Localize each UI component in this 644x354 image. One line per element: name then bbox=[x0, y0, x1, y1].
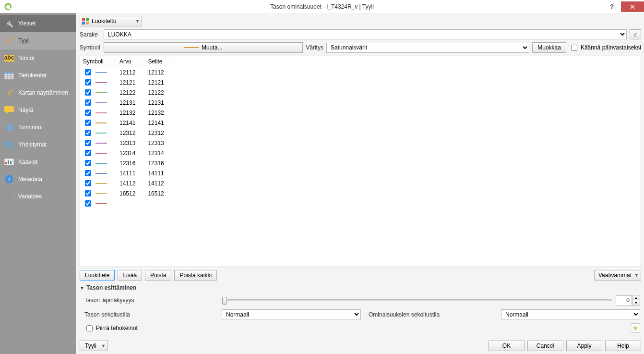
rendering-section-header[interactable]: ▼ Tason esittäminen bbox=[80, 283, 641, 292]
delete-all-button[interactable]: Poista kaikki bbox=[174, 270, 217, 281]
table-row[interactable]: 1231312313 bbox=[80, 138, 174, 148]
symbol-button[interactable]: Muuta... bbox=[104, 42, 303, 53]
sidebar-item-diagrams[interactable]: Kaaviot bbox=[0, 153, 76, 171]
row-checkbox[interactable] bbox=[85, 170, 91, 176]
row-legend: 14111 bbox=[145, 168, 173, 178]
sidebar-item-label: Yhdistymät bbox=[18, 141, 47, 148]
header-symbol[interactable]: Symboli bbox=[80, 56, 117, 67]
row-checkbox[interactable] bbox=[85, 99, 91, 106]
color-ramp-select[interactable]: Satunnaisvärit bbox=[326, 43, 529, 53]
row-value: 12112 bbox=[117, 67, 145, 78]
sidebar-item-variables[interactable]: ε Variables bbox=[0, 188, 76, 205]
draw-effects-checkbox[interactable]: Piirrä tehokeinot bbox=[84, 324, 219, 333]
row-legend: 12112 bbox=[145, 67, 173, 78]
table-row[interactable]: 1214112141 bbox=[80, 118, 174, 128]
row-checkbox[interactable] bbox=[85, 160, 91, 166]
row-legend: 12122 bbox=[145, 87, 173, 98]
row-legend: 16512 bbox=[145, 188, 173, 198]
opacity-label: Tason läpinäkyvyys bbox=[84, 297, 219, 304]
line-swatch-icon bbox=[95, 173, 107, 174]
blend-label: Tason sekoitustila bbox=[84, 311, 219, 318]
row-checkbox[interactable] bbox=[85, 120, 91, 126]
row-checkbox[interactable] bbox=[85, 110, 91, 116]
expression-button[interactable]: ε bbox=[630, 29, 641, 39]
column-select[interactable]: LUOKKA bbox=[104, 29, 627, 39]
row-value: 12314 bbox=[117, 148, 145, 158]
row-checkbox[interactable] bbox=[85, 130, 91, 136]
titlebar: Tason ominaisuudet - l_T4324R_v | Tyyli … bbox=[0, 0, 644, 13]
row-checkbox[interactable] bbox=[85, 79, 91, 85]
row-checkbox[interactable] bbox=[85, 200, 91, 207]
svg-text:i: i bbox=[9, 176, 10, 183]
sidebar-item-joins[interactable]: Yhdistymät bbox=[0, 136, 76, 153]
invert-checkbox[interactable]: Käännä päinvastaiseksi bbox=[569, 43, 641, 52]
svg-rect-8 bbox=[4, 72, 14, 73]
blend-select[interactable]: Normaali bbox=[222, 309, 361, 319]
row-checkbox[interactable] bbox=[85, 140, 91, 146]
table-row[interactable] bbox=[80, 198, 174, 208]
row-legend: 12141 bbox=[145, 118, 173, 128]
row-checkbox[interactable] bbox=[85, 89, 91, 96]
help-button[interactable]: Help bbox=[605, 341, 641, 351]
table-row[interactable]: 1651216512 bbox=[80, 188, 174, 198]
add-button[interactable]: Lisää bbox=[118, 270, 142, 281]
table-row[interactable]: 1213112131 bbox=[80, 98, 174, 108]
svg-text:abc: abc bbox=[4, 55, 14, 61]
spin-arrows[interactable]: ▲▼ bbox=[632, 295, 640, 305]
close-button[interactable] bbox=[621, 1, 644, 12]
table-row[interactable]: 1231212312 bbox=[80, 128, 174, 138]
line-swatch-icon bbox=[95, 102, 107, 103]
row-legend: 12131 bbox=[145, 98, 173, 108]
svg-rect-13 bbox=[8, 160, 9, 164]
sidebar-item-display[interactable]: Näytä bbox=[0, 101, 76, 119]
opacity-slider[interactable] bbox=[222, 299, 612, 301]
sidebar-item-general[interactable]: Yleiset bbox=[0, 15, 76, 32]
row-checkbox[interactable] bbox=[85, 190, 91, 196]
classify-button[interactable]: Luokittele bbox=[80, 270, 115, 281]
header-legend[interactable]: Selite bbox=[145, 56, 173, 67]
table-row[interactable]: 1231412314 bbox=[80, 148, 174, 158]
line-swatch-icon bbox=[95, 193, 107, 194]
sidebar-item-label: Nimiöt bbox=[18, 55, 35, 61]
apply-button[interactable]: Apply bbox=[566, 341, 602, 351]
row-checkbox[interactable] bbox=[85, 69, 91, 75]
feature-blend-select[interactable]: Normaali bbox=[501, 309, 640, 319]
effects-button[interactable] bbox=[631, 323, 640, 333]
row-checkbox[interactable] bbox=[85, 150, 91, 156]
table-row[interactable]: 1212212122 bbox=[80, 87, 174, 98]
sidebar-item-rendering[interactable]: Kartan näyttäminen bbox=[0, 84, 76, 101]
renderer-combo[interactable]: Luokiteltu ▼ bbox=[80, 16, 142, 26]
chevron-down-icon: ▼ bbox=[101, 343, 106, 348]
ok-button[interactable]: OK bbox=[489, 341, 525, 351]
chart-icon bbox=[4, 157, 14, 167]
table-row[interactable]: 1212112121 bbox=[80, 77, 174, 87]
table-row[interactable]: 1411214112 bbox=[80, 178, 174, 188]
delete-button[interactable]: Poista bbox=[145, 270, 171, 281]
cancel-button[interactable]: Cancel bbox=[527, 341, 563, 351]
feature-blend-label: Ominaisuuksien sekoitustila bbox=[364, 311, 498, 318]
opacity-spinbox[interactable] bbox=[616, 295, 632, 305]
categories-list[interactable]: Symboli Arvo Selite 12112121121212112121… bbox=[80, 56, 641, 267]
sidebar-item-style[interactable]: Tyyli bbox=[0, 32, 76, 49]
epsilon-icon: ε bbox=[4, 191, 14, 202]
sidebar-item-fields[interactable]: Tietokentät bbox=[0, 67, 76, 84]
table-row[interactable]: 1211212112 bbox=[80, 67, 174, 78]
row-legend: 12316 bbox=[145, 158, 173, 168]
header-value[interactable]: Arvo bbox=[117, 56, 145, 67]
sidebar-item-actions[interactable]: Toiminnot bbox=[0, 119, 76, 136]
line-swatch-icon bbox=[95, 183, 107, 184]
column-label: Sarake bbox=[80, 31, 101, 38]
help-icon[interactable]: ? bbox=[605, 3, 619, 11]
table-row[interactable]: 1231612316 bbox=[80, 158, 174, 168]
sidebar-item-metadata[interactable]: i Metadata bbox=[0, 171, 76, 188]
categorized-icon bbox=[82, 18, 89, 24]
table-row[interactable]: 1213212132 bbox=[80, 108, 174, 118]
edit-ramp-button[interactable]: Muokkaa bbox=[532, 42, 566, 53]
row-checkbox[interactable] bbox=[85, 180, 91, 186]
row-legend: 12313 bbox=[145, 138, 173, 148]
svg-rect-12 bbox=[5, 162, 7, 164]
table-row[interactable]: 1411114111 bbox=[80, 168, 174, 178]
advanced-button[interactable]: Vaativammat ▼ bbox=[594, 270, 641, 281]
sidebar-item-labels[interactable]: abc Nimiöt bbox=[0, 49, 76, 67]
style-menu-button[interactable]: Tyyli ▼ bbox=[80, 341, 108, 351]
